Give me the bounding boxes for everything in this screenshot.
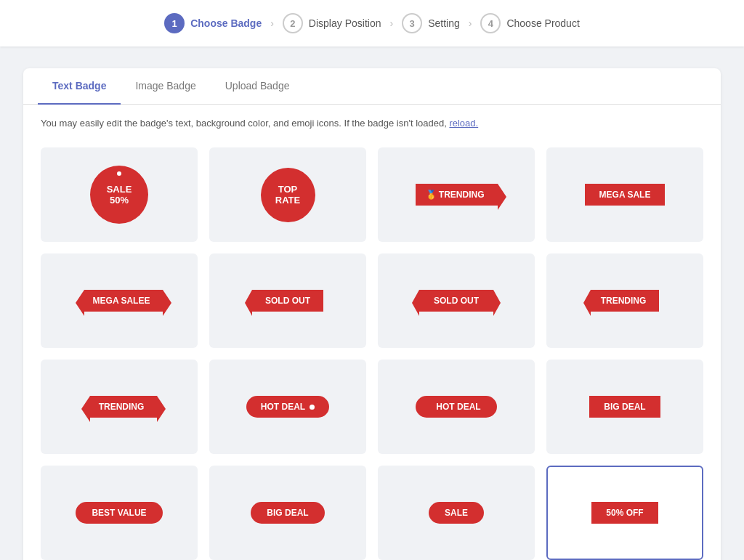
badge-cell-3[interactable]: 🥇 TRENDING [378,147,535,242]
badge-grid: SALE 50% TOP RATE 🥇 TRENDING MEGA SALE [23,142,721,560]
step-4[interactable]: 4 Choose Product [480,13,579,33]
step-arrow-3: › [469,17,472,29]
step-2-label: Display Position [309,17,381,29]
tabs-bar: Text Badge Image Badge Upload Badge [23,68,721,105]
step-3-label: Setting [428,17,460,29]
info-text: You may easily edit the badge's text, ba… [23,105,721,142]
badge-cell-14[interactable]: BIG DEAL [209,466,366,560]
badge-cell-10[interactable]: HOT DEAL [209,360,366,454]
badge-sold-out-2: SOLD OUT [419,290,493,312]
badge-trending-arrow: TRENDING [81,396,158,418]
badge-trending-right: TRENDING [591,290,660,312]
step-4-circle: 4 [480,13,501,33]
step-1[interactable]: 1 Choose Badge [164,13,262,33]
tab-upload-badge[interactable]: Upload Badge [211,68,304,105]
badge-dot [117,171,121,176]
badge-cell-7[interactable]: SOLD OUT [378,253,535,348]
step-3-circle: 3 [402,13,422,33]
badge-cell-2[interactable]: TOP RATE [209,147,366,242]
badge-cell-16[interactable]: 50% OFF [546,466,703,560]
badge-cell-11[interactable]: HOT DEAL [378,360,535,454]
badge-sale: SALE [429,502,484,524]
badge-hot-deal-dot-right: HOT DEAL [246,396,329,418]
badge-mega-sale: MEGA SALE [585,184,666,206]
step-arrow-2: › [389,17,393,29]
badge-cell-12[interactable]: BIG DEAL [546,360,703,454]
step-2[interactable]: 2 Display Position [283,13,381,33]
reload-link[interactable]: reload. [449,118,478,129]
stepper-bar: 1 Choose Badge › 2 Display Position › 3 … [0,0,744,46]
step-4-label: Choose Product [506,17,579,29]
badge-cell-1[interactable]: SALE 50% [41,147,198,242]
badge-mega-salee: MEGA SALEE [76,290,163,312]
step-1-label: Choose Badge [190,17,262,29]
dot-indicator [310,405,315,410]
badge-cell-4[interactable]: MEGA SALE [546,147,703,242]
badge-circle-sale: SALE 50% [90,166,148,224]
badge-sold-out-1: SOLD OUT [252,290,323,312]
badge-hot-deal-left: HOT DEAL [416,396,496,418]
main-content: Text Badge Image Badge Upload Badge You … [23,68,721,560]
badge-cell-9[interactable]: TRENDING [41,360,198,454]
badge-big-deal-2: BIG DEAL [251,502,324,524]
badge-trending-ribbon: 🥇 TRENDING [416,184,498,206]
badge-big-deal-1: BIG DEAL [589,396,660,418]
badge-circle-toprate: TOP RATE [261,168,315,222]
tab-text-badge[interactable]: Text Badge [38,68,121,105]
step-3[interactable]: 3 Setting [402,13,460,33]
step-arrow-1: › [270,17,274,29]
badge-cell-6[interactable]: SOLD OUT [209,253,366,348]
badge-cell-13[interactable]: BEST VALUE [41,466,198,560]
tab-image-badge[interactable]: Image Badge [121,68,210,105]
badge-50-off: 50% OFF [591,502,658,524]
step-2-circle: 2 [283,13,303,33]
badge-cell-15[interactable]: SALE [378,466,535,560]
badge-cell-5[interactable]: MEGA SALEE [41,253,198,348]
step-1-circle: 1 [164,13,185,33]
badge-best-value: BEST VALUE [76,502,162,524]
badge-cell-8[interactable]: TRENDING [546,253,703,348]
